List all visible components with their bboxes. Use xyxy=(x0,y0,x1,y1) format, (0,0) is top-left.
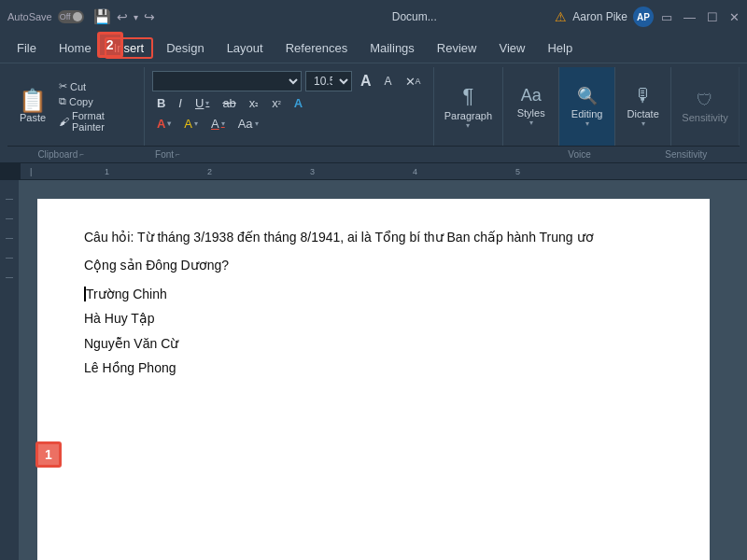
dictate-label: Dictate xyxy=(627,108,659,119)
ruler-content: | 1 2 3 4 5 xyxy=(21,163,747,179)
format-painter-button[interactable]: 🖌 Format Painter xyxy=(56,109,138,133)
user-avatar[interactable]: AP xyxy=(633,7,654,27)
paste-label: Paste xyxy=(20,112,46,123)
cut-label: Cut xyxy=(70,81,86,92)
close-icon[interactable]: ✕ xyxy=(729,10,740,24)
font-size-select[interactable]: 10.5 xyxy=(305,71,352,91)
menu-references[interactable]: References xyxy=(276,37,357,59)
styles-button[interactable]: Aa Styles ▾ xyxy=(503,67,559,146)
toggle-off-label: Off xyxy=(60,12,71,21)
editing-label: Editing xyxy=(571,108,603,119)
title-bar-left: AutoSave Off 💾 ↩ ▾ ↪ xyxy=(7,8,274,25)
doc-option-4: Lê Hồng Phong xyxy=(84,357,663,378)
case-button[interactable]: Aa▾ xyxy=(233,115,263,133)
font-row2: B I U▾ ab x₂ x² A xyxy=(152,94,426,112)
editing-icon: 🔍 xyxy=(577,86,598,106)
menu-file[interactable]: File xyxy=(7,37,46,59)
menu-mailings[interactable]: Mailings xyxy=(360,37,424,59)
restore-icon[interactable]: ☐ xyxy=(707,10,718,24)
text-effect-button[interactable]: A xyxy=(289,94,307,112)
font-expand-icon[interactable]: ⌐ xyxy=(176,150,180,159)
shrink-font-button[interactable]: A xyxy=(380,73,397,90)
doc-area: 1 Câu hỏi: Từ tháng 3/1938 đến tháng 8/1… xyxy=(0,180,747,560)
doc-name: Docum... xyxy=(392,10,437,23)
copy-label: Copy xyxy=(69,96,93,107)
ribbon: 📋 Paste ✂ Cut ⧉ Copy 🖌 Format Painter xyxy=(0,63,747,163)
paragraph-icon: ¶ xyxy=(462,84,473,108)
user-name: Aaron Pike xyxy=(572,10,627,23)
title-bar: AutoSave Off 💾 ↩ ▾ ↪ Docum... ⚠ Aaron Pi… xyxy=(0,0,747,34)
margin-tick-3 xyxy=(6,238,13,239)
underline-button[interactable]: U▾ xyxy=(190,94,214,112)
autosave-label: AutoSave xyxy=(7,11,52,22)
doc-option-2: Hà Huy Tập xyxy=(84,308,663,329)
superscript-button[interactable]: x² xyxy=(267,94,286,112)
ruler-dark-left xyxy=(0,163,21,179)
italic-button[interactable]: I xyxy=(174,94,187,112)
cut-icon: ✂ xyxy=(59,80,67,92)
format-painter-icon: 🖌 xyxy=(59,116,69,127)
voice-label-text: Voice xyxy=(568,149,590,160)
clipboard-group: 📋 Paste ✂ Cut ⧉ Copy 🖌 Format Painter xyxy=(7,67,145,146)
editing-arrow: ▾ xyxy=(585,119,589,128)
styles-arrow: ▾ xyxy=(529,119,533,127)
redo-icon[interactable]: ↪ xyxy=(144,9,155,24)
ribbon-collapse-icon[interactable]: ▭ xyxy=(661,10,672,24)
save-icon[interactable]: 💾 xyxy=(93,8,111,25)
menu-home[interactable]: Home xyxy=(49,37,101,59)
strikethrough-button[interactable]: ab xyxy=(218,94,240,112)
paragraph-button[interactable]: ¶ Paragraph ▾ xyxy=(434,67,504,146)
clipboard-expand-icon[interactable]: ⌐ xyxy=(79,150,84,159)
clipboard-label-text: Clipboard xyxy=(37,149,78,160)
subscript-button[interactable]: x₂ xyxy=(245,94,264,112)
copy-button[interactable]: ⧉ Copy xyxy=(56,94,138,108)
ruler-tick-5: 5 xyxy=(515,167,520,176)
undo-icon[interactable]: ↩ xyxy=(117,9,128,24)
ruler-tick-2: 2 xyxy=(207,167,212,176)
grow-font-button[interactable]: A xyxy=(356,71,376,91)
highlight-button[interactable]: A▾ xyxy=(179,115,203,133)
annotation-1: 1 xyxy=(35,441,62,468)
margin-tick-4 xyxy=(6,258,13,259)
dictate-arrow: ▾ xyxy=(641,119,645,128)
font-name-select[interactable] xyxy=(152,71,302,91)
sensitivity-label: Sensitivity xyxy=(682,112,728,123)
styles-label: Styles xyxy=(517,107,545,119)
menu-bar: File Home Insert 2 Design Layout Referen… xyxy=(0,34,747,63)
format-painter-label: Format Painter xyxy=(72,110,135,133)
copy-icon: ⧉ xyxy=(59,95,66,107)
font-color-button[interactable]: A▾ xyxy=(152,115,176,133)
paragraph-arrow: ▾ xyxy=(466,121,470,130)
doc-option-3: Nguyễn Văn Cừ xyxy=(84,333,663,354)
menu-insert[interactable]: Insert 2 xyxy=(105,37,154,59)
sensitivity-group-text: Sensitivity xyxy=(665,149,707,160)
cut-button[interactable]: ✂ Cut xyxy=(56,79,138,93)
dictate-icon: 🎙 xyxy=(634,85,653,106)
minimize-icon[interactable]: — xyxy=(684,10,696,24)
undo-arrow[interactable]: ▾ xyxy=(134,12,138,22)
doc-question-line2: Cộng sản Đông Dương? xyxy=(84,255,663,275)
dictate-button[interactable]: 🎙 Dictate ▾ xyxy=(615,67,671,146)
paste-button[interactable]: 📋 Paste xyxy=(13,86,52,127)
editing-button[interactable]: 🔍 Editing ▾ xyxy=(559,67,615,146)
ruler-tick-1: 1 xyxy=(105,167,109,176)
clear-format-button[interactable]: ✕A xyxy=(401,73,426,91)
menu-layout[interactable]: Layout xyxy=(218,37,273,59)
font-group-label: Font ⌐ xyxy=(114,148,220,161)
menu-review[interactable]: Review xyxy=(428,37,486,59)
ribbon-full: 📋 Paste ✂ Cut ⧉ Copy 🖌 Format Painter xyxy=(7,67,740,146)
clipboard-small-btns: ✂ Cut ⧉ Copy 🖌 Format Painter xyxy=(56,79,138,133)
ruler: | 1 2 3 4 5 xyxy=(0,163,747,180)
font-color2-button[interactable]: A▾ xyxy=(206,115,230,133)
margin-tick-5 xyxy=(6,277,13,278)
sensitivity-group-label: Sensitivity xyxy=(633,148,740,161)
sensitivity-button[interactable]: 🛡 Sensitivity xyxy=(671,67,740,146)
doc-page[interactable]: Câu hỏi: Từ tháng 3/1938 đến tháng 8/194… xyxy=(37,199,710,560)
menu-view[interactable]: View xyxy=(489,37,534,59)
autosave-toggle[interactable]: Off xyxy=(58,10,84,23)
toggle-knob xyxy=(73,12,82,21)
menu-help[interactable]: Help xyxy=(538,37,582,59)
menu-design[interactable]: Design xyxy=(157,37,213,59)
margin-tick-2 xyxy=(6,218,13,219)
bold-button[interactable]: B xyxy=(152,94,170,112)
